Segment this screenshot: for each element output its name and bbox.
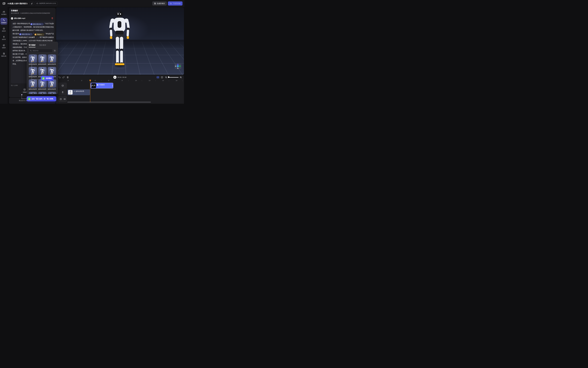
clip-right-handle[interactable] <box>112 85 113 87</box>
timeline-ruler[interactable]: 0f2f4f6f8f10f12f14f16f <box>67 80 184 82</box>
fit-timeline-icon[interactable] <box>157 76 159 78</box>
material-item[interactable]: 超帅走路姿势 <box>48 79 56 90</box>
timeline-zoom-slider-thumb[interactable] <box>168 76 169 78</box>
material-item[interactable]: 超帅走路姿势 <box>48 55 56 65</box>
remove-tag-icon[interactable]: × <box>43 33 43 36</box>
onboarding-step1-tooltip: 1 点击「插入动作」或「插入表情」 <box>27 96 56 101</box>
ruler-minor-tick <box>115 80 115 81</box>
axis-neg-x-handle <box>175 66 176 67</box>
search-input[interactable]: 搜索内容 <box>29 49 53 52</box>
audio-track-header[interactable] <box>58 96 67 102</box>
top-bar: A1机器人动作-我的项目1 保存时间 26/01/03 12:01 合成并保存 <box>0 0 184 7</box>
emotion-track-header[interactable] <box>58 83 67 89</box>
guide-dot <box>21 94 22 95</box>
panel-title: 音频编排 <box>11 9 18 12</box>
deploy-to-device-button[interactable]: 下发到设备 <box>168 1 183 6</box>
ruler-tick-label: 16f <box>175 80 177 81</box>
ruler-tick-label: 8f <box>122 80 123 81</box>
quote-bracket: 「 <box>44 23 45 24</box>
motion-clip-caption: 超帅走路姿势 <box>74 90 84 92</box>
clip-left-handle[interactable] <box>91 85 92 87</box>
sidebar-item-expression-library[interactable]: 表情库 <box>0 26 7 33</box>
sidebar-item-motion-mimic[interactable]: 动作模仿 <box>0 9 7 16</box>
robot-download-icon <box>170 3 172 4</box>
material-label: 超帅走路姿势 <box>48 63 56 65</box>
material-thumbnail <box>48 92 56 94</box>
materials-grid: 超帅走路姿势...超帅走路姿势超帅走路姿势超帅走路姿势超帅走路姿势超帅走路姿势超… <box>29 55 56 94</box>
redo-icon[interactable] <box>62 76 65 78</box>
motion-track-header[interactable] <box>58 89 67 95</box>
material-item[interactable]: 超帅走路姿势 <box>38 55 47 65</box>
material-label: 超帅走路姿势 <box>48 88 56 90</box>
clip-handles-icon[interactable] <box>161 76 163 78</box>
timeline-zoom-slider[interactable] <box>169 77 178 78</box>
material-item[interactable] <box>29 92 37 94</box>
sidebar-item-motion-library[interactable]: 动作库 <box>0 35 7 41</box>
material-thumbnail <box>29 67 37 75</box>
transcript-line: 我们提供哈哈大笑(10s)×「★弯腰(5s)×「样化的产品组合， <box>13 32 52 36</box>
axis-gizmo[interactable]: Z X Y <box>175 64 182 69</box>
rename-project-button[interactable] <box>30 1 34 5</box>
material-thumbnail <box>29 92 37 94</box>
transcript-line: 解决方案，提高各行各业的生产力和安全性。 <box>13 29 52 32</box>
3d-viewport[interactable]: Z X Y <box>56 7 184 75</box>
axis-neg-y-handle <box>177 68 178 69</box>
material-item[interactable]: 超帅走路姿势 <box>29 79 37 90</box>
material-label: 超帅走路姿势 <box>29 76 37 78</box>
guide-line-horizontal <box>22 99 27 99</box>
step1-number-badge: 1 <box>28 97 31 100</box>
emotion-tag[interactable]: 哈哈大笑(10s)× <box>30 23 44 25</box>
material-item[interactable]: 超帅走路姿势 <box>38 79 47 90</box>
emotion-clip-thumbnail <box>91 83 96 88</box>
motion-clip[interactable]: 超帅走路姿势 <box>67 89 90 95</box>
timeline-time-display: 00:00 / 00:30 <box>118 76 126 78</box>
ruler-tick-label: 6f <box>108 80 109 81</box>
music-box-icon <box>3 44 5 46</box>
emotion-tag-circle <box>19 33 21 35</box>
material-thumbnail <box>38 55 47 63</box>
sidebar-item-audio-arrange[interactable]: 音频编排 <box>0 18 7 25</box>
runner-icon <box>74 91 75 92</box>
ruler-tick-label: 12f <box>149 80 150 81</box>
emoji-icon <box>97 84 98 86</box>
ai-icon: AI <box>23 88 26 91</box>
audio-file-row: 默认名称1.mp3 <box>11 17 54 20</box>
zoom-out-icon[interactable] <box>165 76 167 78</box>
sidebar-item-my-tasks[interactable]: 我的任务 <box>0 51 7 58</box>
audio-play-button[interactable] <box>11 17 13 19</box>
material-item[interactable] <box>48 92 56 94</box>
emotion-tag[interactable]: 哈哈大笑(10s)× <box>19 33 33 36</box>
material-thumbnail <box>48 55 56 63</box>
compose-save-button[interactable]: 合成并保存 <box>152 1 167 6</box>
tab-official-materials[interactable]: 官方素材 <box>29 44 36 46</box>
save-file-icon <box>154 3 156 4</box>
zoom-in-icon[interactable] <box>180 76 182 78</box>
clapperboard-icon <box>3 11 5 13</box>
ruler-tick-label: 10f <box>135 80 137 81</box>
timeline-panel: 00:00 / 00:30 0f2f4f6f8f10f12f14f16f <box>56 75 184 104</box>
undo-icon[interactable] <box>58 76 61 78</box>
timeline-play-button[interactable] <box>113 76 116 79</box>
humanoid-robot-model[interactable] <box>104 10 135 75</box>
sidebar-item-audio-library[interactable]: 音频库 <box>0 43 7 50</box>
material-item[interactable]: 超帅走路姿势 <box>29 67 37 78</box>
char-counter: 52 / 1,000 <box>11 84 18 86</box>
delete-clip-icon[interactable] <box>67 76 69 78</box>
action-tag[interactable]: ★弯腰(5s)× <box>34 33 44 36</box>
tab-my-materials[interactable]: 我的素材 <box>39 44 46 46</box>
delete-audio-icon[interactable] <box>51 17 53 19</box>
material-item[interactable]: 超帅走路姿势... <box>29 55 37 65</box>
filter-button[interactable] <box>53 49 56 52</box>
material-item[interactable] <box>38 92 47 94</box>
active-tab-underline <box>29 47 36 47</box>
ruler-tick-label: 0f <box>68 80 69 81</box>
emotion-clip[interactable]: 害羞微笑 <box>91 83 113 88</box>
ruler-tick-label: 14f <box>162 80 164 81</box>
timeline-scrollbar[interactable] <box>67 102 151 102</box>
remove-tag-icon[interactable]: × <box>31 33 31 36</box>
ruler-tick-label: 4f <box>95 80 96 81</box>
material-thumbnail <box>48 67 56 75</box>
material-label: 超帅走路姿势 <box>38 63 47 65</box>
person-icon <box>3 36 5 38</box>
quote-bracket: 」 <box>38 37 40 38</box>
